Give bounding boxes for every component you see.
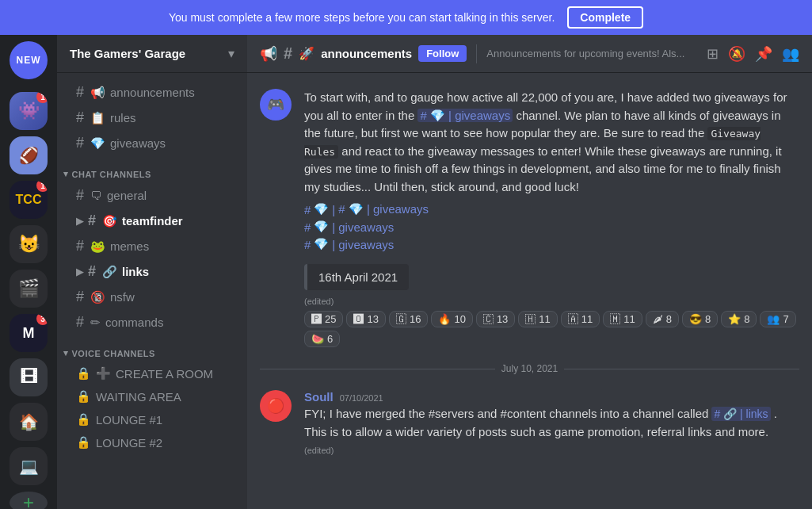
message-text-1: To start with, and to gauge how active a… xyxy=(304,89,799,196)
channel-header-hash: # xyxy=(284,44,292,63)
giveaway-link-1[interactable]: # 💎 | # 💎 | giveaways xyxy=(304,202,799,216)
link-label: giveaways xyxy=(338,220,394,234)
server-icon-1[interactable]: 👾 1 xyxy=(10,92,48,130)
hash-icon: # xyxy=(304,238,311,251)
reaction-g[interactable]: 🇬16 xyxy=(389,311,428,327)
giveaway-link-2[interactable]: # 💎 | giveaways xyxy=(304,220,799,234)
reaction-cool[interactable]: 😎8 xyxy=(682,311,718,327)
chevron-icon: ▾ xyxy=(63,348,69,358)
message-author: Soull xyxy=(304,390,334,404)
message-meta-2: Soull 07/10/2021 xyxy=(304,390,799,404)
reaction-pepper[interactable]: 🌶8 xyxy=(646,311,679,327)
sidebar-item-general[interactable]: # 🗨 general xyxy=(63,183,241,208)
grid-icon[interactable]: ⊞ xyxy=(707,45,719,63)
channel-label: memes xyxy=(110,239,149,253)
rocket-icon: 🚀 xyxy=(299,46,315,61)
reaction-fire[interactable]: 🔥10 xyxy=(431,311,472,327)
channel-label: announcements xyxy=(110,86,195,99)
pin-icon[interactable]: 📌 xyxy=(755,45,772,63)
sidebar-item-waiting-area[interactable]: 🔒 WAITING AREA xyxy=(63,385,241,408)
sidebar-item-lounge2[interactable]: 🔒 LOUNGE #2 xyxy=(63,431,241,454)
date-block: 16th April 2021 xyxy=(304,264,409,290)
server-name: The Gamers' Garage xyxy=(70,47,185,60)
frog-icon: 🐸 xyxy=(90,239,105,254)
sidebar-item-links[interactable]: ▶ # 🔗 links xyxy=(63,259,241,284)
channel-label: general xyxy=(107,189,147,202)
reaction-star[interactable]: ⭐8 xyxy=(721,311,757,327)
server-icon-9[interactable]: 💻 xyxy=(10,447,48,485)
pen-icon: ✏ xyxy=(90,316,101,330)
reaction-m[interactable]: 🇲11 xyxy=(603,311,642,327)
channel-header-name: announcements xyxy=(321,47,412,60)
sidebar-item-commands[interactable]: # ✏ commands xyxy=(63,310,241,335)
reaction-c[interactable]: 🇨13 xyxy=(476,311,515,327)
code-snippet: Giveaway Rules xyxy=(304,127,761,159)
server-icon-discord[interactable]: NEW xyxy=(10,41,48,79)
category-label: VOICE CHANNELS xyxy=(72,349,155,358)
category-chat[interactable]: ▾ CHAT CHANNELS xyxy=(57,156,247,182)
header-divider xyxy=(476,44,477,63)
chevron-down-icon: ▾ xyxy=(228,46,234,61)
chat-icon: 🗨 xyxy=(90,189,102,202)
reaction-o[interactable]: 🅾13 xyxy=(346,311,385,327)
reaction-h[interactable]: 🇭11 xyxy=(518,311,557,327)
sidebar-item-announcements[interactable]: # 📢 announcements xyxy=(63,80,241,105)
bell-slash-icon[interactable]: 🔕 xyxy=(728,45,745,63)
lock-icon: 🔒 xyxy=(76,435,91,450)
add-server-button[interactable]: + xyxy=(10,492,48,509)
reaction-p[interactable]: 🅿25 xyxy=(304,311,343,327)
divider-date: July 10, 2021 xyxy=(501,363,558,374)
sidebar-item-teamfinder[interactable]: ▶ # 🎯 teamfinder xyxy=(63,209,241,233)
channel-label: teamfinder xyxy=(122,214,183,228)
server-icon-7[interactable]: 🎞 xyxy=(10,358,48,396)
hash-icon: # xyxy=(88,212,96,229)
hash-icon: # xyxy=(76,238,84,254)
channel-label: links xyxy=(122,265,149,278)
sidebar-item-lounge1[interactable]: 🔒 LOUNGE #1 xyxy=(63,408,241,431)
category-voice[interactable]: ▾ VOICE CHANNELS xyxy=(57,335,247,362)
channel-label: rules xyxy=(110,111,136,124)
server-list: NEW 👾 1 🏈 TCC 1 😺 🎬 M 3 🎞 🏠 xyxy=(0,35,57,509)
channel-ref[interactable]: # 🔗 | links xyxy=(711,407,770,421)
server-icon-6[interactable]: M 3 xyxy=(10,314,48,352)
reaction-watermelon[interactable]: 🍉6 xyxy=(304,331,340,347)
complete-button[interactable]: Complete xyxy=(567,6,643,29)
server-icon-5[interactable]: 🎬 xyxy=(10,270,48,308)
plus-icon: ➕ xyxy=(96,366,111,381)
channel-sidebar: The Gamers' Garage ▾ # 📢 announcements #… xyxy=(57,35,247,509)
reaction-a[interactable]: 🇦11 xyxy=(561,311,600,327)
members-icon[interactable]: 👥 xyxy=(782,45,799,63)
megaphone-icon: 📢 xyxy=(260,45,277,63)
channel-label: CREATE A ROOM xyxy=(116,367,213,381)
sidebar-item-nsfw[interactable]: # 🔞 nsfw xyxy=(63,285,241,309)
server-icon-3[interactable]: TCC 1 xyxy=(10,181,48,219)
avatar-2: 🔴 xyxy=(260,390,292,422)
channel-header: 📢 # 🚀 announcements Follow Announcements… xyxy=(247,35,812,73)
channel-list: # 📢 announcements # 📋 rules # 💎 giveaway… xyxy=(57,73,247,461)
follow-button[interactable]: Follow xyxy=(418,45,467,62)
expand-icon: ▶ xyxy=(76,266,83,277)
lock-icon: 🔒 xyxy=(76,389,91,404)
server-name-bar[interactable]: The Gamers' Garage ▾ xyxy=(57,35,247,73)
sidebar-item-create-room[interactable]: 🔒 ➕ CREATE A ROOM xyxy=(63,362,241,385)
server-icon-4[interactable]: 😺 xyxy=(10,225,48,263)
hash-icon: # xyxy=(76,314,84,331)
messages-area: 🎮 To start with, and to gauge how active… xyxy=(247,73,812,509)
hash-icon: # xyxy=(304,220,311,234)
server-icon-2[interactable]: 🏈 xyxy=(10,136,48,174)
message-text-2: FYI; I have merged the #servers and #con… xyxy=(304,405,799,459)
server-icon-8[interactable]: 🏠 xyxy=(10,403,48,441)
reaction-people[interactable]: 👥7 xyxy=(760,311,795,327)
sidebar-item-giveaways[interactable]: # 💎 giveaways xyxy=(63,131,241,155)
diamond-icon: 💎 xyxy=(314,220,329,234)
channel-label: LOUNGE #2 xyxy=(96,436,162,450)
expand-icon: ▶ xyxy=(76,216,83,227)
giveaway-link-3[interactable]: # 💎 | giveaways xyxy=(304,237,799,251)
link-label: giveaways xyxy=(338,238,394,251)
channel-mention[interactable]: # 💎 | giveaways xyxy=(417,109,513,122)
lock-icon: 🔒 xyxy=(76,366,91,381)
hash-icon: # xyxy=(88,263,96,280)
sidebar-item-memes[interactable]: # 🐸 memes xyxy=(63,234,241,258)
diamond-icon: 💎 xyxy=(314,237,329,251)
sidebar-item-rules[interactable]: # 📋 rules xyxy=(63,105,241,130)
